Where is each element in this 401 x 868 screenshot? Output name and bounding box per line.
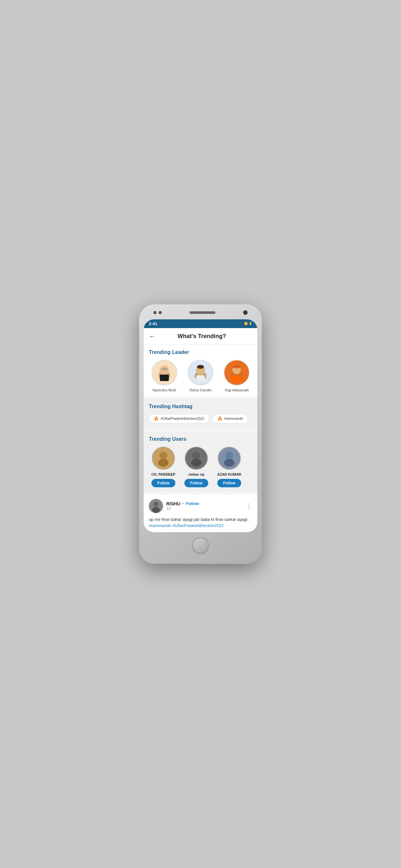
trending-users-title: Trending Users bbox=[149, 436, 252, 442]
svg-rect-14 bbox=[232, 375, 241, 381]
user-name-azad: AZAD KUMAR bbox=[217, 472, 242, 476]
user-avatar-pardeep bbox=[152, 446, 175, 470]
phone-dot-2 bbox=[158, 311, 162, 314]
svg-point-13 bbox=[233, 365, 241, 368]
wifi-icon: 📶 bbox=[244, 322, 248, 325]
leaders-row: Narendra Modi bbox=[149, 360, 252, 392]
phone-speaker bbox=[189, 311, 215, 314]
post-name-row: RISHU • Follow bbox=[166, 501, 199, 506]
user-avatar-azad bbox=[218, 446, 241, 470]
trending-users-section: Trending Users CH. PARDEEP Follow bbox=[144, 432, 257, 492]
trending-leader-title: Trending Leader bbox=[149, 349, 252, 355]
svg-point-23 bbox=[224, 459, 235, 467]
user-avatar-rishav bbox=[185, 446, 208, 470]
trending-hashtag-title: Trending Hashtag bbox=[149, 404, 252, 409]
follow-button-pardeep[interactable]: Follow bbox=[151, 479, 175, 487]
svg-point-9 bbox=[197, 365, 204, 369]
user-item-rishav: rishav raj Follow bbox=[182, 446, 211, 487]
phone-screen: 2:41 📶 🔋 ← What's Trending? Trending Lea… bbox=[144, 319, 257, 532]
phone-frame: 2:41 📶 🔋 ← What's Trending? Trending Lea… bbox=[139, 305, 262, 564]
post-user-meta: RISHU • Follow 1d bbox=[166, 501, 199, 511]
phone-camera bbox=[243, 310, 248, 315]
post-user-info: RISHU • Follow 1d bbox=[149, 499, 199, 513]
post-username: RISHU bbox=[166, 501, 181, 506]
svg-point-26 bbox=[152, 507, 160, 513]
app-header: ← What's Trending? bbox=[144, 328, 257, 345]
leader-avatar-yogi bbox=[224, 360, 250, 385]
leader-item-yogi[interactable]: Yogi Adityanath bbox=[221, 360, 252, 392]
hashtag-label-2: #rammandir bbox=[224, 416, 243, 421]
battery-icon: 🔋 bbox=[249, 322, 252, 325]
post-time: 1d bbox=[166, 506, 199, 511]
user-item-pardeep: CH. PARDEEP Follow bbox=[149, 446, 178, 487]
svg-point-20 bbox=[191, 459, 202, 467]
status-icons: 📶 🔋 bbox=[244, 322, 252, 325]
post-card: RISHU • Follow 1d ⋮ up me firse bahar ay… bbox=[144, 494, 257, 532]
flame-icon-2: 🔥 bbox=[217, 416, 222, 421]
post-header: RISHU • Follow 1d ⋮ bbox=[149, 499, 252, 513]
post-hashtags[interactable]: #rammandir #UttarPradeshElection2022 bbox=[149, 523, 224, 528]
post-separator: • bbox=[182, 501, 184, 506]
user-name-rishav: rishav raj bbox=[189, 472, 204, 476]
svg-rect-8 bbox=[196, 375, 205, 381]
users-row: CH. PARDEEP Follow rishav raj bbox=[149, 446, 252, 487]
svg-rect-3 bbox=[160, 375, 169, 381]
user-item-azad: AZAD KUMAR Follow bbox=[215, 446, 244, 487]
status-time: 2:41 bbox=[149, 321, 157, 326]
hashtag-label-1: #UttarPradeshElection2022 bbox=[161, 416, 204, 421]
leader-avatar-modi bbox=[151, 360, 177, 385]
main-content: Trending Leader bbox=[144, 345, 257, 532]
post-follow-link[interactable]: Follow bbox=[186, 501, 199, 506]
hashtag-pill-1[interactable]: 🔥 #UttarPradeshElection2022 bbox=[149, 414, 209, 423]
follow-button-azad[interactable]: Follow bbox=[217, 479, 241, 487]
svg-point-25 bbox=[153, 501, 158, 507]
leader-name-yogi: Yogi Adityanath bbox=[224, 388, 249, 392]
svg-point-22 bbox=[225, 452, 233, 460]
home-button[interactable] bbox=[192, 537, 209, 554]
svg-point-19 bbox=[192, 452, 200, 460]
page-title: What's Trending? bbox=[159, 333, 244, 340]
phone-top-hardware bbox=[144, 310, 257, 319]
trending-hashtag-section: Trending Hashtag 🔥 #UttarPradeshElection… bbox=[144, 399, 257, 429]
svg-point-17 bbox=[158, 459, 168, 467]
svg-point-16 bbox=[159, 452, 167, 460]
phone-bottom bbox=[144, 532, 257, 556]
user-name-pardeep: CH. PARDEEP bbox=[151, 472, 175, 476]
flame-icon-1: 🔥 bbox=[154, 416, 159, 421]
status-bar: 2:41 📶 🔋 bbox=[144, 319, 257, 328]
trending-leader-section: Trending Leader bbox=[144, 345, 257, 397]
phone-dot-1 bbox=[153, 311, 157, 314]
back-button[interactable]: ← bbox=[149, 333, 155, 340]
post-menu-button[interactable]: ⋮ bbox=[246, 502, 252, 509]
post-content: up me firse bahar ayagi jab baba ki firs… bbox=[149, 516, 252, 529]
hashtag-pill-2[interactable]: 🔥 #rammandir bbox=[212, 414, 248, 423]
post-text: up me firse bahar ayagi jab baba ki firs… bbox=[149, 517, 247, 522]
phone-camera-dots bbox=[153, 311, 162, 314]
post-avatar bbox=[149, 499, 163, 513]
leader-item-rahul[interactable]: Rahul Gandhi bbox=[185, 360, 216, 392]
post-mention[interactable]: @Yogi Adityanath bbox=[149, 531, 252, 532]
follow-button-rishav[interactable]: Follow bbox=[184, 479, 208, 487]
leader-name-modi: Narendra Modi bbox=[153, 388, 176, 392]
leader-name-rahul: Rahul Gandhi bbox=[189, 388, 211, 392]
leader-item-modi[interactable]: Narendra Modi bbox=[149, 360, 180, 392]
leader-avatar-rahul bbox=[188, 360, 213, 385]
hashtag-row: 🔥 #UttarPradeshElection2022 🔥 #rammandir bbox=[149, 414, 252, 425]
svg-point-4 bbox=[161, 368, 167, 370]
